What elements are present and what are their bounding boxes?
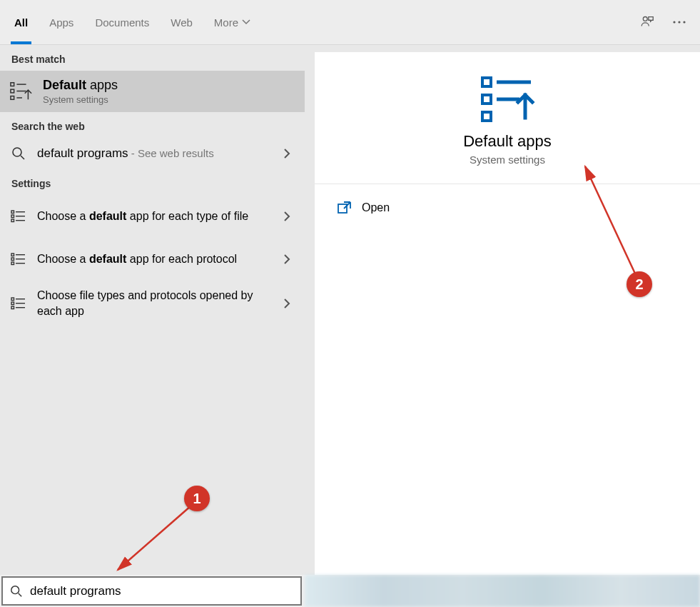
settings-list-icon [10,251,27,268]
search-box[interactable] [1,576,302,606]
chevron-right-icon [280,298,293,309]
svg-rect-32 [482,112,491,121]
svg-rect-18 [11,254,14,256]
setting-title: Choose a default app for each protocol [37,251,270,267]
default-apps-icon [10,80,33,103]
search-results-list: Best match Default apps System settings … [0,45,305,575]
taskbar [305,575,700,607]
caret-down-icon [242,19,250,25]
svg-rect-28 [11,306,14,309]
svg-rect-14 [11,215,14,218]
svg-point-10 [13,148,21,156]
action-open-label: Open [362,201,390,214]
svg-rect-26 [11,302,14,305]
result-filetypes-by-app[interactable]: Choose file types and protocols opened b… [0,281,305,326]
svg-line-11 [21,156,24,159]
tab-all[interactable]: All [14,0,28,44]
svg-rect-20 [11,258,14,261]
result-default-per-protocol[interactable]: Choose a default app for each protocol [0,238,305,281]
result-web-default-programs[interactable]: default programs - See web results [0,138,305,169]
svg-rect-16 [11,219,14,222]
svg-rect-22 [11,262,14,265]
svg-rect-35 [338,204,347,213]
tab-documents[interactable]: Documents [95,0,149,44]
chevron-right-icon [280,148,293,159]
result-subtitle: System settings [43,94,293,105]
tab-more[interactable]: More [214,0,250,44]
section-search-web: Search the web [0,112,305,138]
settings-list-icon [10,295,27,312]
preview-subtitle: System settings [470,154,545,166]
setting-title: Choose file types and protocols opened b… [37,288,270,319]
svg-point-2 [678,21,680,23]
svg-rect-5 [11,89,14,93]
search-input[interactable] [30,584,293,598]
svg-point-3 [683,21,685,23]
result-title: Default apps [43,78,293,93]
section-best-match: Best match [0,45,305,71]
web-result-title: default programs - See web results [37,146,270,161]
annotation-marker-2: 2 [627,271,652,297]
settings-list-icon [10,208,27,225]
more-options-icon[interactable] [673,20,686,24]
setting-title: Choose a default app for each type of fi… [37,209,270,224]
section-settings: Settings [0,169,305,195]
preview-title: Default apps [463,132,552,151]
tab-more-label: More [214,16,238,29]
svg-rect-30 [482,78,491,86]
svg-line-37 [19,593,22,596]
feedback-icon[interactable] [639,14,655,30]
search-filter-tabs: All Apps Documents Web More [0,0,700,45]
svg-point-0 [643,16,647,21]
search-icon [10,585,23,598]
preview-pane: Default apps System settings Open [315,52,700,575]
search-icon [10,145,27,162]
preview-pane-container: Default apps System settings Open [305,45,700,575]
tab-apps[interactable]: Apps [49,0,73,44]
svg-point-1 [673,21,675,23]
default-apps-large-icon [480,74,535,122]
svg-rect-4 [11,83,14,86]
svg-rect-24 [11,298,14,301]
result-default-apps[interactable]: Default apps System settings [0,71,305,112]
svg-point-36 [11,586,19,593]
chevron-right-icon [280,254,293,265]
result-default-per-filetype[interactable]: Choose a default app for each type of fi… [0,195,305,238]
annotation-marker-1: 1 [184,486,210,511]
tab-web[interactable]: Web [171,0,193,44]
action-open[interactable]: Open [315,191,700,224]
open-icon [338,201,352,214]
svg-rect-12 [11,211,14,214]
svg-rect-31 [482,95,491,104]
svg-rect-6 [11,96,14,100]
chevron-right-icon [280,211,293,222]
